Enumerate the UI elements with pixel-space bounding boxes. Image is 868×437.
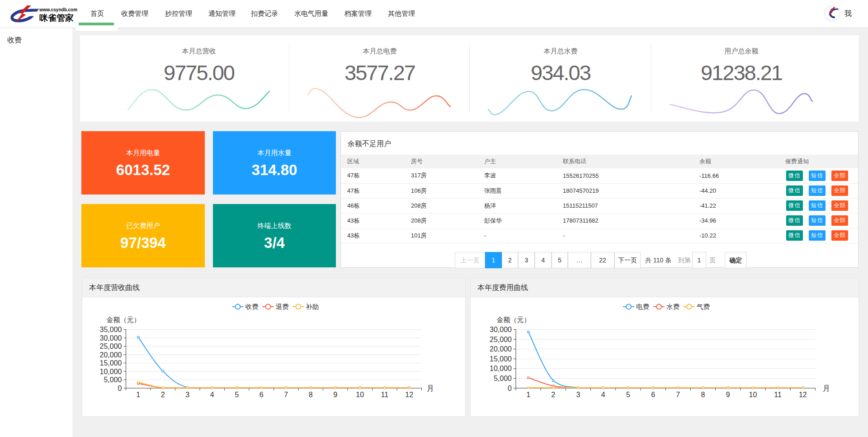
svg-text:5,000: 5,000 [494,375,512,382]
svg-text:15,000: 15,000 [490,355,512,363]
svg-text:9: 9 [726,391,730,399]
svg-text:5: 5 [235,391,239,399]
svg-text:金额（元）: 金额（元） [497,316,531,323]
svg-text:电费: 电费 [636,303,649,310]
svg-text:5,000: 5,000 [104,376,122,384]
svg-text:0: 0 [508,385,512,392]
svg-text:10,000: 10,000 [100,368,122,375]
svg-text:12: 12 [799,391,807,399]
svg-text:10: 10 [749,391,757,399]
svg-text:7: 7 [676,391,680,399]
svg-text:补助: 补助 [306,303,319,310]
svg-text:3: 3 [576,391,580,399]
svg-text:1: 1 [526,391,530,399]
svg-text:收费: 收费 [245,303,259,310]
svg-text:25,000: 25,000 [490,336,512,343]
svg-text:6: 6 [651,391,655,399]
svg-text:2: 2 [551,391,555,399]
svg-text:金额（元）: 金额（元） [107,316,141,323]
svg-text:0: 0 [118,385,122,392]
svg-text:30,000: 30,000 [490,326,512,333]
svg-text:2: 2 [161,391,165,399]
svg-text:水费: 水费 [666,303,679,310]
svg-text:月: 月 [823,385,830,392]
svg-text:9: 9 [333,391,337,399]
svg-text:8: 8 [701,391,705,399]
svg-text:4: 4 [210,391,214,399]
svg-text:4: 4 [601,391,605,399]
svg-text:3: 3 [185,391,189,399]
svg-text:30,000: 30,000 [100,334,122,342]
svg-text:35,000: 35,000 [100,326,122,333]
svg-text:15,000: 15,000 [100,359,122,367]
svg-text:11: 11 [381,391,388,399]
svg-text:5: 5 [626,391,630,399]
svg-text:6: 6 [259,391,264,399]
svg-text:11: 11 [774,391,782,399]
svg-text:退费: 退费 [276,303,289,310]
svg-text:7: 7 [284,391,288,399]
svg-text:12: 12 [405,391,413,399]
svg-text:8: 8 [309,391,313,399]
svg-text:气费: 气费 [697,303,710,310]
svg-text:1: 1 [136,391,140,399]
svg-text:20,000: 20,000 [100,351,122,359]
svg-text:月: 月 [427,385,434,392]
svg-text:20,000: 20,000 [490,345,512,353]
svg-text:10,000: 10,000 [490,365,512,372]
svg-text:10: 10 [356,391,364,399]
svg-text:25,000: 25,000 [100,342,122,350]
